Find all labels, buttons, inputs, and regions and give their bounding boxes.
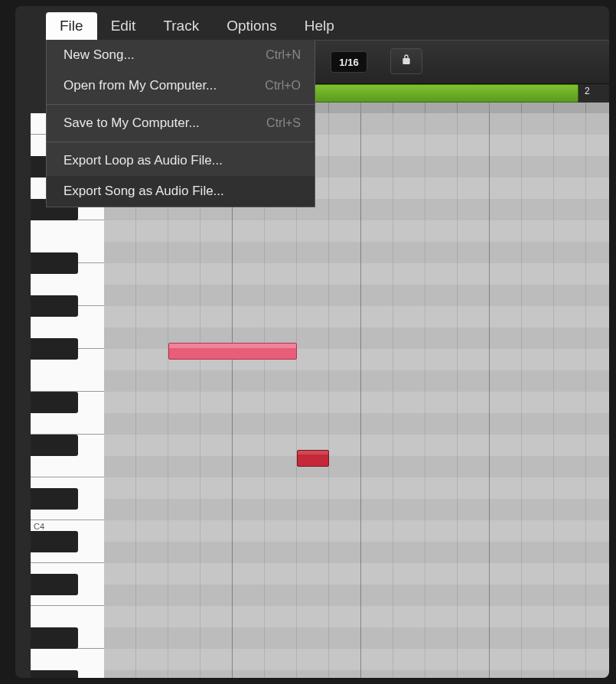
piano-black-key[interactable]: [31, 574, 78, 595]
piano-black-key[interactable]: [31, 435, 78, 456]
piano-black-key[interactable]: [31, 392, 78, 413]
menu-item-label: Open from My Computer...: [64, 78, 217, 93]
lock-button[interactable]: [390, 48, 422, 74]
ruler-tick-label: 2: [585, 86, 590, 96]
menu-item-shortcut: Ctrl+N: [266, 48, 301, 62]
menu-options[interactable]: Options: [213, 12, 290, 40]
midi-note[interactable]: [168, 343, 297, 360]
piano-black-key[interactable]: [31, 488, 78, 510]
menu-edit[interactable]: Edit: [97, 12, 150, 40]
piano-black-key[interactable]: [31, 670, 78, 678]
menu-item-save[interactable]: Save to My Computer... Ctrl+S: [47, 108, 315, 138]
piano-black-key[interactable]: [31, 252, 78, 274]
file-menu-dropdown: New Song... Ctrl+N Open from My Computer…: [46, 40, 315, 207]
menu-item-label: Save to My Computer...: [64, 116, 200, 131]
menubar: File Edit Track Options Help: [46, 12, 348, 40]
piano-black-key[interactable]: [31, 531, 78, 552]
menu-item-export-loop[interactable]: Export Loop as Audio File...: [47, 145, 315, 176]
lock-icon: [400, 54, 412, 69]
key-label-c4: C4: [34, 522, 44, 531]
piano-black-key[interactable]: [31, 295, 78, 317]
menu-track[interactable]: Track: [149, 12, 213, 40]
menu-item-label: Export Song as Audio File...: [64, 184, 224, 199]
menu-help[interactable]: Help: [291, 12, 348, 40]
menu-item-export-song[interactable]: Export Song as Audio File...: [47, 176, 315, 207]
menu-item-shortcut: Ctrl+O: [265, 79, 301, 93]
menu-item-label: Export Loop as Audio File...: [64, 153, 223, 168]
menu-item-shortcut: Ctrl+S: [266, 116, 301, 130]
piano-black-key[interactable]: [31, 627, 78, 649]
menu-separator: [47, 142, 315, 142]
midi-note[interactable]: [297, 450, 329, 467]
menu-item-label: New Song...: [64, 47, 135, 63]
snap-value[interactable]: 1/16: [331, 51, 367, 73]
piano-black-key[interactable]: [31, 338, 78, 360]
menu-file[interactable]: File: [46, 12, 97, 40]
menu-separator: [47, 104, 315, 105]
menu-item-open[interactable]: Open from My Computer... Ctrl+O: [47, 70, 315, 101]
menu-item-new-song[interactable]: New Song... Ctrl+N: [47, 40, 315, 70]
app-window: 1/16 2 C5 C4: [15, 6, 609, 678]
